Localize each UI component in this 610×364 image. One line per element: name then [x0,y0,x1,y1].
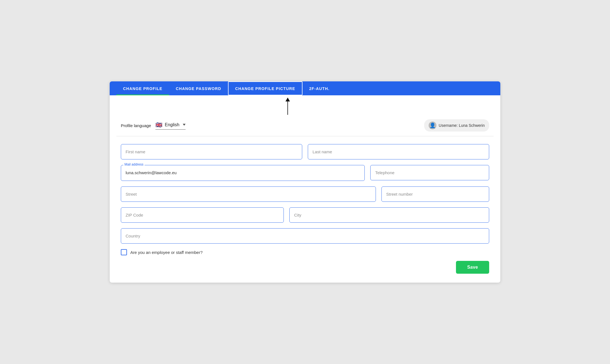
tab-2f-auth[interactable]: 2F-AUTH. [302,81,336,95]
street-row [121,186,489,202]
language-value: English [165,122,179,127]
street-number-field [381,186,489,202]
save-row: Save [121,261,489,274]
street-input[interactable] [121,186,376,202]
email-telephone-row: Mail address [121,165,489,181]
country-input[interactable] [121,228,489,244]
profile-form: Mail address [110,136,500,283]
city-field [289,207,489,223]
language-bar: Profile language 🇬🇧 English 👤 Username: … [110,115,500,136]
last-name-field [308,144,489,159]
annotation-arrow [110,95,500,115]
country-row [121,228,489,244]
zip-input[interactable] [121,207,284,223]
name-row [121,144,489,159]
employee-checkbox-row: Are you an employee or staff member? [121,249,489,255]
username-label: Username: Luna Schwerin [439,123,485,128]
arrow-line [287,101,288,115]
employee-checkbox-label: Are you an employee or staff member? [130,250,203,255]
street-field [121,186,376,202]
up-arrow-icon [285,98,290,115]
save-button[interactable]: Save [456,261,489,274]
chevron-down-icon [183,124,186,126]
mail-address-field: Mail address [121,165,365,181]
avatar-icon: 👤 [429,122,436,128]
user-badge: 👤 Username: Luna Schwerin [424,119,489,132]
tab-change-password[interactable]: CHANGE PASSWORD [169,81,228,95]
street-number-input[interactable] [381,186,489,202]
telephone-field [370,165,489,181]
tab-change-profile-picture[interactable]: CHANGE PROFILE PICTURE [228,81,302,95]
country-field [121,228,489,244]
last-name-input[interactable] [308,144,489,159]
city-input[interactable] [289,207,489,223]
flag-icon: 🇬🇧 [155,122,162,128]
profile-page: CHANGE PROFILE CHANGE PASSWORD CHANGE PR… [110,81,500,283]
zip-city-row [121,207,489,223]
tab-change-profile[interactable]: CHANGE PROFILE [116,81,169,95]
employee-checkbox[interactable] [121,249,127,255]
zip-code-field [121,207,284,223]
tab-bar: CHANGE PROFILE CHANGE PASSWORD CHANGE PR… [110,81,500,95]
telephone-input[interactable] [370,165,489,180]
first-name-field [121,144,302,159]
language-select[interactable]: 🇬🇧 English [155,122,185,130]
mail-address-label: Mail address [123,162,145,166]
mail-address-input[interactable] [126,169,360,177]
lang-left: Profile language 🇬🇧 English [121,122,186,130]
first-name-input[interactable] [121,144,302,159]
avatar: 👤 [429,122,436,129]
profile-language-label: Profile language [121,123,151,128]
